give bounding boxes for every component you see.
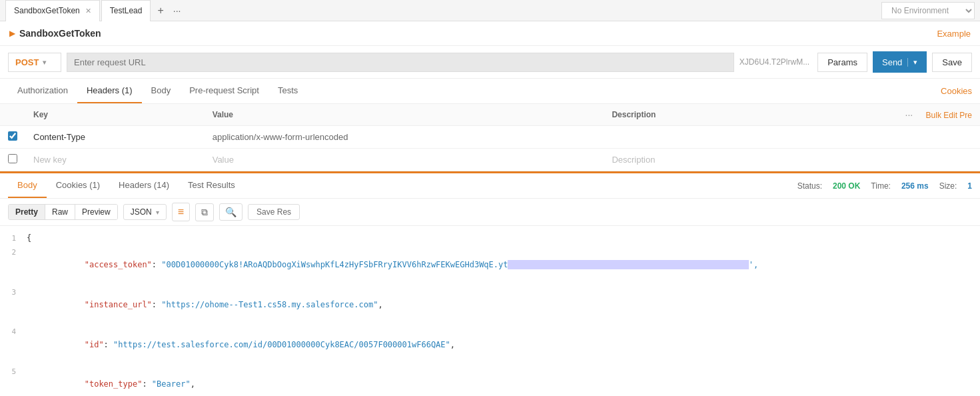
example-link[interactable]: Example bbox=[937, 29, 971, 39]
code-line-3: 3 "instance_url": "https://ohome--Test1.… bbox=[0, 285, 980, 325]
tab-headers[interactable]: Headers (1) bbox=[77, 79, 142, 103]
send-button[interactable]: Send ▾ bbox=[873, 51, 927, 73]
collection-toggle-icon[interactable]: ▶ bbox=[9, 29, 15, 38]
code-line-4: 4 "id": "https://test.salesforce.com/id/… bbox=[0, 325, 980, 365]
collection-title: SandboxGetToken bbox=[19, 28, 101, 39]
resp-tab-headers[interactable]: Headers (14) bbox=[109, 173, 179, 198]
line-number: 4 bbox=[0, 325, 27, 338]
header-dots-button[interactable]: ··· bbox=[905, 109, 913, 120]
resp-tab-body[interactable]: Body bbox=[8, 173, 47, 198]
bulk-edit-button[interactable]: Bulk Edit bbox=[926, 111, 957, 120]
environment-dropdown[interactable]: No Environment bbox=[881, 2, 975, 19]
json-format-dropdown[interactable]: JSON ▾ bbox=[123, 204, 167, 220]
method-chevron-icon: ▾ bbox=[43, 59, 46, 66]
url-input[interactable] bbox=[67, 53, 734, 72]
collection-header: ▶ SandboxGetToken Example bbox=[0, 21, 980, 46]
resp-tab-test-results[interactable]: Test Results bbox=[179, 173, 245, 198]
time-value: 256 ms bbox=[901, 181, 929, 191]
row-key-cell[interactable]: Content-Type bbox=[25, 126, 205, 149]
params-button[interactable]: Params bbox=[817, 53, 867, 72]
line-content: { bbox=[27, 232, 980, 245]
status-label: Status: bbox=[797, 181, 822, 191]
wrap-button[interactable]: ≡ bbox=[172, 203, 190, 221]
row-checkbox-cell bbox=[0, 149, 25, 171]
code-line-1: 1 { bbox=[0, 231, 980, 245]
row-value-cell[interactable]: application/x-www-form-urlencoded bbox=[205, 126, 604, 149]
tab-authorization[interactable]: Authorization bbox=[8, 79, 77, 103]
tabs-bar: SandboxGetToken ✕ TestLead + ··· No Envi… bbox=[0, 0, 980, 21]
tab-body[interactable]: Body bbox=[142, 79, 181, 103]
line-number: 2 bbox=[0, 246, 27, 259]
code-view: 1 { 2 "access_token": "00D01000000Cyk8!A… bbox=[0, 226, 980, 396]
json-chevron-icon: ▾ bbox=[156, 209, 159, 216]
line-number: 1 bbox=[0, 232, 27, 245]
resp-tab-cookies[interactable]: Cookies (1) bbox=[47, 173, 109, 198]
status-value: 200 OK bbox=[833, 181, 860, 191]
time-label: Time: bbox=[871, 181, 891, 191]
row-checkbox[interactable] bbox=[8, 154, 17, 163]
header-value-col: Value bbox=[205, 104, 604, 126]
row-value-cell[interactable]: Value bbox=[205, 149, 604, 171]
method-dropdown[interactable]: POST ▾ bbox=[8, 53, 61, 72]
line-number: 5 bbox=[0, 365, 27, 378]
search-button[interactable]: 🔍 bbox=[219, 203, 243, 221]
presets-button[interactable]: Pre bbox=[959, 111, 972, 120]
line-content: "instance_url": "https://ohome--Test1.cs… bbox=[27, 286, 980, 325]
copy-button[interactable]: ⧉ bbox=[195, 203, 214, 221]
format-preview-button[interactable]: Preview bbox=[75, 205, 117, 219]
tab-more-button[interactable]: ··· bbox=[169, 5, 185, 16]
json-label: JSON bbox=[131, 207, 152, 217]
cookies-link[interactable]: Cookies bbox=[941, 86, 972, 96]
send-chevron-icon[interactable]: ▾ bbox=[907, 58, 917, 67]
row-desc-cell[interactable]: Description bbox=[604, 149, 761, 171]
row-key-cell[interactable]: New key bbox=[25, 149, 205, 171]
line-content: "access_token": "00D01000000Cyk8!ARoAQDb… bbox=[27, 246, 980, 285]
header-checkbox-col bbox=[0, 104, 25, 126]
response-section: Body Cookies (1) Headers (14) Test Resul… bbox=[0, 171, 980, 396]
tab-pre-request-script[interactable]: Pre-request Script bbox=[180, 79, 268, 103]
header-actions-col: ··· Bulk Edit Pre bbox=[761, 104, 980, 126]
format-raw-button[interactable]: Raw bbox=[45, 205, 75, 219]
save-button[interactable]: Save bbox=[932, 53, 972, 72]
format-group: Pretty Raw Preview bbox=[8, 204, 118, 220]
table-row: New key Value Description bbox=[0, 149, 980, 171]
resp-status-bar: Status: 200 OK Time: 256 ms Size: 1 bbox=[797, 181, 972, 191]
tab-tests[interactable]: Tests bbox=[268, 79, 307, 103]
headers-table: Key Value Description ··· Bulk Edit Pre … bbox=[0, 104, 980, 171]
save-response-button[interactable]: Save Res bbox=[248, 204, 300, 220]
request-bar: POST ▾ XJD6U4.T2PlrwM... Params Send ▾ S… bbox=[0, 46, 980, 79]
code-line-5: 5 "token_type": "Bearer", bbox=[0, 365, 980, 396]
url-masked: XJD6U4.T2PlrwM... bbox=[739, 57, 809, 67]
tab-label: TestLead bbox=[110, 6, 143, 15]
size-label: Size: bbox=[939, 181, 957, 191]
code-line-2: 2 "access_token": "00D01000000Cyk8!ARoAQ… bbox=[0, 245, 980, 285]
tab-label: SandboxGetToken bbox=[14, 6, 80, 15]
row-actions-cell bbox=[761, 149, 980, 171]
header-key-col: Key bbox=[25, 104, 205, 126]
table-row: Content-Type application/x-www-form-urle… bbox=[0, 126, 980, 149]
row-checkbox[interactable] bbox=[8, 131, 17, 141]
row-desc-cell[interactable] bbox=[604, 126, 761, 149]
format-pretty-button[interactable]: Pretty bbox=[9, 205, 45, 219]
request-tabs: Authorization Headers (1) Body Pre-reque… bbox=[0, 79, 980, 104]
line-content: "id": "https://test.salesforce.com/id/00… bbox=[27, 325, 980, 364]
method-label: POST bbox=[15, 57, 39, 67]
response-tabs-bar: Body Cookies (1) Headers (14) Test Resul… bbox=[0, 173, 980, 199]
row-actions-cell bbox=[761, 126, 980, 149]
tab-sandbox-get-token[interactable]: SandboxGetToken ✕ bbox=[5, 0, 100, 21]
tab-add-button[interactable]: + bbox=[152, 5, 169, 17]
tab-close-icon[interactable]: ✕ bbox=[85, 7, 91, 15]
tab-test-lead[interactable]: TestLead bbox=[101, 0, 151, 21]
size-value: 1 bbox=[967, 181, 972, 191]
line-number: 3 bbox=[0, 286, 27, 299]
send-label: Send bbox=[882, 57, 902, 67]
row-checkbox-cell bbox=[0, 126, 25, 149]
resp-toolbar: Pretty Raw Preview JSON ▾ ≡ ⧉ 🔍 Save Res bbox=[0, 199, 980, 226]
line-content: "token_type": "Bearer", bbox=[27, 365, 980, 396]
header-desc-col: Description bbox=[604, 104, 761, 126]
